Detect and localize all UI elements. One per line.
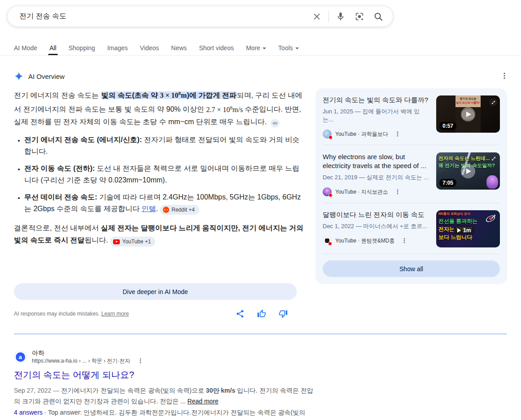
formula: 2.7 × 108m/s — [206, 106, 243, 113]
youtube-badge — [328, 193, 333, 197]
thumbs-up-button[interactable] — [257, 309, 266, 318]
video-menu-button[interactable] — [401, 238, 407, 244]
show-all-button[interactable]: Show all — [323, 260, 500, 277]
youtube-badge — [328, 242, 332, 246]
ai-overview-conclusion: 결론적으로, 전선 내부에서 실제 전자는 달팽이보다 느리게 움직이지만, 전… — [14, 222, 306, 247]
thumbs-down-button[interactable] — [279, 309, 288, 318]
search-bar-divider — [328, 11, 329, 22]
citation-link-chip[interactable] — [271, 119, 280, 128]
card-divider — [323, 145, 500, 145]
kebab-menu-icon — [137, 358, 144, 364]
ai-disclaimer: AI responses may include mistakes. Learn… — [14, 311, 129, 317]
video-duration: 0:57 — [439, 122, 456, 130]
search-icon — [373, 12, 383, 22]
kebab-menu-icon — [401, 238, 407, 244]
read-more-link[interactable]: Read more — [188, 398, 219, 405]
microphone-icon — [336, 12, 346, 22]
result-title-link[interactable]: 전기의 속도는 어떻게 되나요? — [14, 369, 314, 381]
thumbs-up-icon — [257, 309, 266, 318]
videos-panel: 전기의 속도는 빛의 속도와 다를까? Jun 1, 2025 — 집에 들어가… — [315, 88, 507, 284]
close-icon — [312, 12, 322, 22]
dive-deeper-button[interactable]: Dive deeper in AI Mode — [14, 283, 297, 300]
bullet-wireless-speed: 무선 데이터 전송 속도: 기술에 따라 다르며 2.4GHz는 100Mbps… — [24, 191, 306, 215]
channel-favicon — [323, 187, 332, 196]
video-title[interactable]: Why electrons are slow, but electricity … — [323, 152, 430, 170]
card-divider — [323, 254, 500, 254]
reddit-citation-chip[interactable]: Reddit +4 — [160, 205, 199, 215]
tab-tools[interactable]: Tools — [278, 40, 299, 55]
video-title[interactable]: 전기의 속도는 빛의 속도와 다를까? — [323, 95, 430, 104]
ai-overview-section: AI Overview 전기 에너지의 전송 속도는 빛의 속도(초속 약 3 … — [14, 67, 306, 247]
kebab-menu-icon — [500, 72, 508, 80]
camera-lens-icon — [355, 12, 364, 22]
tab-more[interactable]: More — [246, 40, 266, 55]
youtube-citation-chip[interactable]: YouTube +1 — [110, 237, 155, 247]
chevron-down-icon — [295, 48, 299, 49]
tab-news[interactable]: News — [171, 40, 187, 55]
tab-short-videos[interactable]: Short videos — [199, 40, 234, 55]
search-tabs: AI Mode All Shopping Images Videos News … — [14, 40, 299, 55]
result-menu-button[interactable] — [137, 358, 144, 364]
youtube-icon — [113, 239, 120, 244]
learn-more-link[interactable]: Learn more — [101, 311, 129, 317]
tab-videos[interactable]: Videos — [140, 40, 159, 55]
ai-overview-label: AI Overview — [28, 73, 65, 80]
video-menu-button[interactable] — [394, 131, 401, 137]
gemini-sparkle-icon — [14, 71, 24, 81]
channel-favicon — [323, 130, 332, 139]
card-divider — [323, 203, 500, 203]
expand-icon — [490, 213, 497, 220]
video-duration: 1m — [453, 225, 475, 235]
site-name: 아하 — [32, 349, 144, 357]
video-thumbnail[interactable]: MD홍의 과학상식 코너 전선을 통과하는 전자는 달팽이 보다 느립니다 1m — [436, 210, 500, 247]
video-date: Dec 21, 2019 — 실제로 전기의 속도는 ... — [323, 173, 430, 182]
voice-search-button[interactable] — [335, 11, 346, 22]
search-bar[interactable]: 전기 전송 속도 — [7, 6, 393, 27]
ai-overview-header: AI Overview — [14, 70, 306, 82]
google-search-results-page: 전기 전송 속도 AI Mode All Shopping Images Vid… — [0, 0, 521, 420]
video-card: 전기의 속도는 빛의 속도와 다를까? Jun 1, 2025 — 집에 들어가… — [323, 95, 500, 144]
youtube-badge — [328, 135, 333, 139]
channel-favicon — [323, 236, 332, 245]
video-thumbnail[interactable]: 전기의 속도는 빛의 속도와 다를까! 0:57 — [436, 95, 500, 133]
search-submit-button[interactable] — [373, 11, 384, 22]
answers-link[interactable]: 4 answers — [14, 409, 43, 416]
video-thumbnail[interactable]: 전자의 속도는 느린데... 왜 전기는 빛의 속도일까? 7:05 — [436, 152, 500, 190]
ai-overview-paragraph: 전기 에너지의 전송 속도는 빛의 속도(초속 약 3 × 108m)에 가깝게… — [14, 87, 306, 128]
result-snippet: Sep 27, 2022 — 전기에너지가 전달되는 속력은 광속(빛의 속력)… — [14, 385, 314, 407]
tabs-divider — [0, 55, 521, 56]
thumbs-down-icon — [279, 309, 288, 318]
kebab-menu-icon — [394, 131, 401, 137]
search-input[interactable]: 전기 전송 속도 — [19, 12, 66, 21]
chevron-down-icon — [263, 48, 266, 49]
bullet-electron-speed: 전자 이동 속도 (전하): 도선 내 전자들은 척력으로 서로 밀어내며 이동… — [24, 163, 306, 186]
tab-images[interactable]: Images — [107, 40, 128, 55]
video-date: Dec 1, 2022 — 마이너스에서 +로 흐르... — [323, 222, 430, 230]
share-button[interactable] — [236, 309, 245, 318]
expand-icon — [490, 155, 497, 162]
site-favicon: a — [14, 351, 26, 363]
section-divider — [14, 333, 507, 334]
intel-link[interactable]: 인텔 — [141, 205, 156, 212]
kebab-menu-icon — [394, 189, 401, 195]
reddit-icon — [163, 207, 169, 213]
tab-ai-mode[interactable]: AI Mode — [14, 40, 37, 55]
lens-search-button[interactable] — [354, 11, 365, 22]
expand-icon — [489, 98, 497, 106]
video-menu-button[interactable] — [394, 189, 401, 195]
clear-search-button[interactable] — [311, 11, 322, 22]
tab-shopping[interactable]: Shopping — [69, 40, 95, 55]
bullet-energy-speed: 전기 에너지 전송 속도 (에너지/신호): 전자기파 형태로 전달되어 빛의 … — [24, 134, 306, 157]
play-icon — [461, 164, 475, 178]
video-card: Why electrons are slow, but electricity … — [323, 152, 500, 202]
video-title[interactable]: 달팽이보다 느린 전자의 이동 속도 — [323, 210, 430, 219]
ai-overview-menu-button[interactable] — [500, 71, 509, 81]
video-source: YouTube · 지식보관소 — [335, 188, 388, 196]
ai-overview-bullet-list: 전기 에너지 전송 속도 (에너지/신호): 전자기파 형태로 전달되어 빛의 … — [14, 134, 306, 215]
highlighted-phrase: 빛의 속도(초속 약 3 × 108m)에 가깝게 전파 — [101, 91, 237, 99]
share-icon — [236, 309, 245, 318]
result-answers-line: 4 answers · Top answer: 안녕하세요. 김두환 과학전문가… — [14, 407, 314, 420]
video-duration: 7:05 — [439, 179, 456, 187]
tab-all[interactable]: All — [49, 40, 57, 55]
video-source: YouTube · 퀀텀캣&MD홍 — [335, 237, 395, 245]
